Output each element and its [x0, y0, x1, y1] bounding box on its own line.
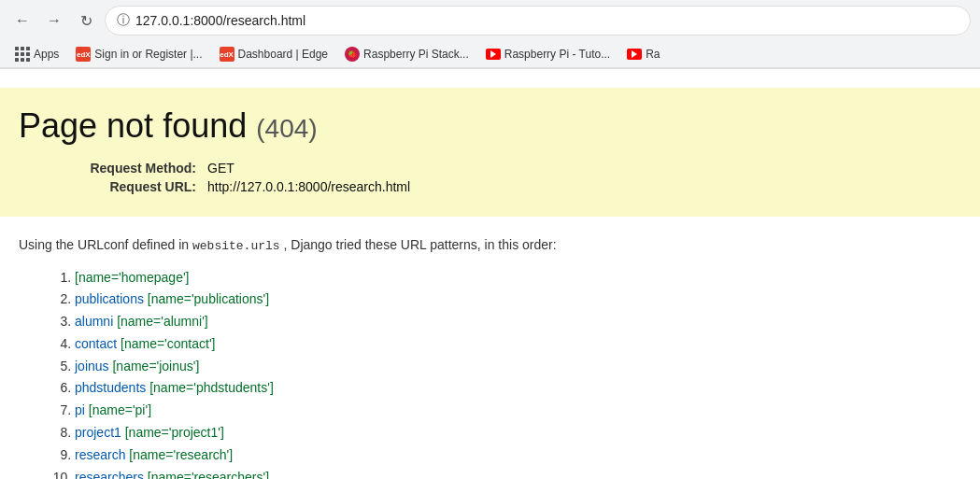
page-content: Page not found (404) Request Method: GET… — [0, 69, 980, 479]
nav-bar: ← → ↻ ⓘ — [0, 0, 980, 41]
youtube-tuto-icon — [486, 49, 501, 60]
rpi-stack-icon: 🍓 — [345, 47, 360, 62]
bookmark-apps-label: Apps — [34, 48, 59, 61]
url-pattern-name: [name='alumni'] — [117, 314, 208, 329]
url-pattern-item: phdstudents [name='phdstudents'] — [75, 377, 961, 400]
url-pattern-path: joinus — [75, 359, 112, 373]
openedx-dashboard-icon: edX — [220, 47, 234, 62]
bookmark-dashboard-edge-label: Dashboard | Edge — [238, 48, 329, 61]
url-pattern-item: contact [name='contact'] — [75, 333, 961, 356]
error-header: Page not found (404) Request Method: GET… — [0, 88, 980, 217]
url-pattern-item: pi [name='pi'] — [75, 400, 961, 422]
bookmark-dashboard-edge[interactable]: edX Dashboard | Edge — [212, 44, 336, 64]
bookmark-openedx-signin[interactable]: edX Sign in or Register |... — [68, 44, 209, 64]
bookmark-raspberry-tuto[interactable]: Raspberry Pi - Tuto... — [478, 45, 618, 63]
apps-grid-icon — [15, 47, 30, 62]
url-pattern-path: phdstudents — [75, 380, 149, 395]
url-pattern-name: [name='publications'] — [148, 291, 269, 306]
bookmark-ra-label: Ra — [646, 48, 660, 61]
browser-chrome: ← → ↻ ⓘ Apps edX Sign in or Register |..… — [0, 0, 980, 69]
url-pattern-item: project1 [name='project1'] — [75, 422, 961, 444]
url-pattern-path: alumni — [75, 314, 117, 329]
url-pattern-name: [name='research'] — [129, 447, 233, 462]
url-pattern-path: contact — [75, 336, 121, 351]
urlconf-rest-text: , Django tried these URL patterns, in th… — [284, 237, 557, 252]
error-method-label: Request Method: — [75, 161, 196, 176]
urlconf-module: website.urls — [192, 239, 280, 253]
openedx-signin-icon: edX — [76, 47, 91, 62]
error-method-row: Request Method: GET — [75, 161, 961, 176]
error-code: (404) — [256, 114, 317, 143]
error-url-row: Request URL: http://127.0.0.1:8000/resea… — [75, 179, 961, 194]
url-pattern-item: research [name='research'] — [75, 444, 961, 467]
urlconf-intro-text: Using the URLconf defined in — [19, 237, 189, 252]
bookmark-raspberry-stack-label: Raspberry Pi Stack... — [363, 48, 469, 61]
bookmark-raspberry-tuto-label: Raspberry Pi - Tuto... — [504, 48, 610, 61]
bookmark-apps[interactable]: Apps — [7, 44, 66, 64]
url-pattern-item: alumni [name='alumni'] — [75, 311, 961, 333]
url-pattern-item: [name='homepage'] — [75, 267, 961, 289]
url-patterns-list: [name='homepage']publications [name='pub… — [75, 267, 961, 480]
error-title-text: Page not found — [19, 106, 247, 145]
url-pattern-name: [name='researchers'] — [148, 470, 269, 479]
youtube-ra-icon — [627, 49, 642, 60]
back-button[interactable]: ← — [9, 7, 36, 34]
error-title: Page not found (404) — [19, 106, 961, 146]
url-pattern-name: [name='joinus'] — [112, 359, 199, 373]
url-pattern-path: project1 — [75, 425, 125, 440]
error-meta: Request Method: GET Request URL: http://… — [75, 161, 961, 194]
url-pattern-path: publications — [75, 291, 148, 306]
forward-button[interactable]: → — [41, 7, 67, 34]
bookmark-raspberry-stack[interactable]: 🍓 Raspberry Pi Stack... — [337, 44, 476, 64]
error-method-value: GET — [207, 161, 234, 176]
url-pattern-item: publications [name='publications'] — [75, 289, 961, 311]
urlconf-intro: Using the URLconf defined in website.url… — [19, 235, 961, 256]
url-pattern-name: [name='homepage'] — [75, 270, 190, 285]
bookmark-openedx-signin-label: Sign in or Register |... — [94, 48, 202, 61]
url-pattern-item: joinus [name='joinus'] — [75, 356, 961, 378]
error-url-label: Request URL: — [75, 179, 196, 194]
bookmarks-bar: Apps edX Sign in or Register |... edX Da… — [0, 41, 980, 68]
bookmark-raspberry-ra[interactable]: Ra — [619, 45, 667, 63]
url-pattern-name: [name='project1'] — [125, 425, 224, 440]
url-pattern-name: [name='phdstudents'] — [149, 380, 274, 395]
url-input[interactable] — [135, 13, 959, 28]
url-pattern-name: [name='pi'] — [89, 402, 151, 417]
url-pattern-name: [name='contact'] — [121, 336, 215, 351]
reload-button[interactable]: ↻ — [73, 7, 99, 34]
url-pattern-path: research — [75, 447, 129, 462]
url-pattern-path: pi — [75, 402, 89, 417]
info-icon: ⓘ — [117, 12, 130, 29]
error-url-value: http://127.0.0.1:8000/research.html — [207, 179, 410, 194]
address-bar[interactable]: ⓘ — [105, 6, 971, 35]
url-pattern-item: researchers [name='researchers'] — [75, 467, 961, 479]
url-pattern-path: researchers — [75, 470, 148, 479]
